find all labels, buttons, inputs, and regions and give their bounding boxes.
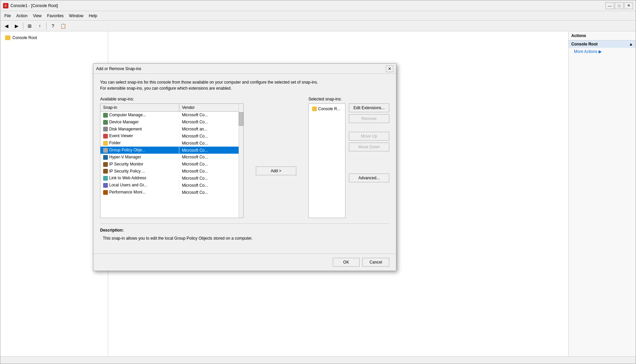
snapin-name: Event Viewer [100, 132, 179, 140]
snapin-vendor: Microsoft Co... [179, 140, 243, 147]
dialog-title-bar: Add or Remove Snap-ins ✕ [93, 64, 396, 74]
remove-button[interactable]: Remove [349, 114, 389, 123]
snapin-vendor: Microsoft Co... [179, 119, 243, 126]
tree-item-console-root[interactable]: Console Root [3, 34, 105, 41]
table-row[interactable]: Group Policy Obje...Microsoft Co... [100, 147, 243, 154]
back-button[interactable]: ◀ [2, 22, 11, 30]
snapin-name: Local Users and Gr... [100, 182, 179, 189]
minimize-button[interactable]: — [605, 2, 614, 9]
table-row[interactable]: Disk ManagementMicrosoft an... [100, 126, 243, 133]
content-area: Console Root Actions Console Root ▲ More… [0, 31, 636, 356]
status-bar [0, 356, 636, 364]
actions-section-label: Console Root [571, 42, 598, 47]
actions-header: Actions [569, 31, 636, 40]
menu-favorites[interactable]: Favorites [44, 12, 66, 20]
description-text: This snap-in allows you to edit the loca… [100, 235, 389, 248]
cancel-button[interactable]: Cancel [362, 258, 389, 267]
scrollbar-thumb[interactable] [239, 112, 243, 126]
menu-help[interactable]: Help [86, 12, 100, 20]
add-button-area: Add > [250, 97, 302, 218]
col-vendor-header: Vendor [179, 104, 243, 112]
advanced-button[interactable]: Advanced... [349, 174, 389, 182]
folder-icon [5, 35, 10, 40]
available-snapins-label: Available snap-ins: [100, 97, 244, 101]
snapin-vendor: Microsoft an... [179, 126, 243, 133]
snapin-vendor: Microsoft Co... [179, 132, 243, 140]
snapin-vendor: Microsoft Co... [179, 182, 243, 189]
dialog-close-button[interactable]: ✕ [386, 65, 393, 72]
left-panel: Console Root [0, 31, 108, 356]
dialog-description: You can select snap-ins for this console… [100, 79, 389, 91]
snapin-vendor: Microsoft Co... [179, 112, 243, 119]
more-actions-item[interactable]: More Actions ▶ [569, 48, 636, 55]
main-window: C Console1 - [Console Root] — □ ✕ File A… [0, 0, 636, 364]
table-row[interactable]: IP Security Policy ...Microsoft Co... [100, 168, 243, 175]
actions-section-console-root: Console Root ▲ [569, 40, 636, 48]
view-button[interactable]: ⊞ [25, 22, 34, 30]
window-controls: — □ ✕ [605, 2, 633, 9]
snapin-name: Device Manager [100, 119, 179, 126]
forward-button[interactable]: ▶ [12, 22, 21, 30]
table-row[interactable]: FolderMicrosoft Co... [100, 140, 243, 147]
table-row[interactable]: IP Security MonitorMicrosoft Co... [100, 161, 243, 168]
table-row[interactable]: Performance Moni...Microsoft Co... [100, 189, 243, 196]
table-row[interactable]: Local Users and Gr...Microsoft Co... [100, 182, 243, 189]
toolbar-separator-2 [46, 23, 47, 29]
dialog-columns: Available snap-ins: Snap-in Vendor [100, 97, 389, 218]
dialog-footer: OK Cancel [93, 253, 396, 271]
selected-list: Console R... [309, 104, 345, 114]
available-snapins-panel: Available snap-ins: Snap-in Vendor [100, 97, 244, 218]
table-row[interactable]: Link to Web AddressMicrosoft Co... [100, 175, 243, 182]
selected-snapins-label: Selected snap-ins: [308, 97, 389, 101]
dialog-description-line1: You can select snap-ins for this console… [100, 80, 318, 85]
snapin-name: Hyper-V Manager [100, 154, 179, 161]
menu-window[interactable]: Window [66, 12, 86, 20]
snapin-name: Disk Management [100, 126, 179, 133]
title-bar: C Console1 - [Console Root] — □ ✕ [0, 0, 636, 11]
scrollbar-track[interactable] [239, 104, 243, 218]
toolbar-separator-1 [23, 23, 23, 29]
actions-section-arrow: ▲ [629, 42, 633, 47]
export-button[interactable]: 📋 [58, 22, 68, 30]
snapin-name: IP Security Monitor [100, 161, 179, 168]
add-remove-snapins-dialog: Add or Remove Snap-ins ✕ You can select … [93, 63, 396, 271]
snapin-vendor: Microsoft Co... [179, 189, 243, 196]
ok-button[interactable]: OK [333, 258, 360, 267]
snapin-vendor: Microsoft Co... [179, 147, 243, 154]
snapin-vendor: Microsoft Co... [179, 168, 243, 175]
table-row[interactable]: Event ViewerMicrosoft Co... [100, 132, 243, 140]
dialog-body: You can select snap-ins for this console… [93, 74, 396, 253]
menu-action[interactable]: Action [13, 12, 30, 20]
menu-bar: File Action View Favorites Window Help [0, 11, 636, 21]
toolbar: ◀ ▶ ⊞ ↑ ? 📋 [0, 21, 636, 31]
close-button[interactable]: ✕ [624, 2, 633, 9]
table-row[interactable]: Computer Manage...Microsoft Co... [100, 112, 243, 119]
snapin-vendor: Microsoft Co... [179, 161, 243, 168]
help-button[interactable]: ? [48, 22, 58, 30]
selected-list-container: Console R... [308, 103, 345, 218]
menu-file[interactable]: File [2, 12, 13, 20]
snapin-name: Link to Web Address [100, 175, 179, 182]
description-label: Description: [100, 228, 389, 233]
selected-snapins-panel: Selected snap-ins: Console R... Edit Ext… [308, 97, 389, 218]
list-item[interactable]: Console R... [310, 105, 344, 113]
table-row[interactable]: Device ManagerMicrosoft Co... [100, 119, 243, 126]
move-down-button[interactable]: Move Down [349, 143, 389, 151]
dialog-title: Add or Remove Snap-ins [96, 66, 386, 71]
more-actions-arrow: ▶ [599, 49, 602, 54]
add-button[interactable]: Add > [256, 166, 296, 175]
menu-view[interactable]: View [30, 12, 44, 20]
up-button[interactable]: ↑ [35, 22, 44, 30]
snapins-table-container: Snap-in Vendor Computer Manage...Microso… [100, 103, 244, 218]
window-title: Console1 - [Console Root] [10, 3, 605, 8]
snapin-name: IP Security Policy ... [100, 168, 179, 175]
app-icon: C [3, 3, 8, 8]
col-snapin-header: Snap-in [100, 104, 179, 112]
right-col-wrapper: Console R... Edit Extensions... Remove M… [308, 103, 389, 218]
tree-item-label: Console Root [12, 35, 37, 40]
table-row[interactable]: Hyper-V ManagerMicrosoft Co... [100, 154, 243, 161]
edit-extensions-button[interactable]: Edit Extensions... [349, 103, 389, 112]
move-up-button[interactable]: Move Up [349, 132, 389, 141]
maximize-button[interactable]: □ [615, 2, 624, 9]
snapin-vendor: Microsoft Co... [179, 175, 243, 182]
